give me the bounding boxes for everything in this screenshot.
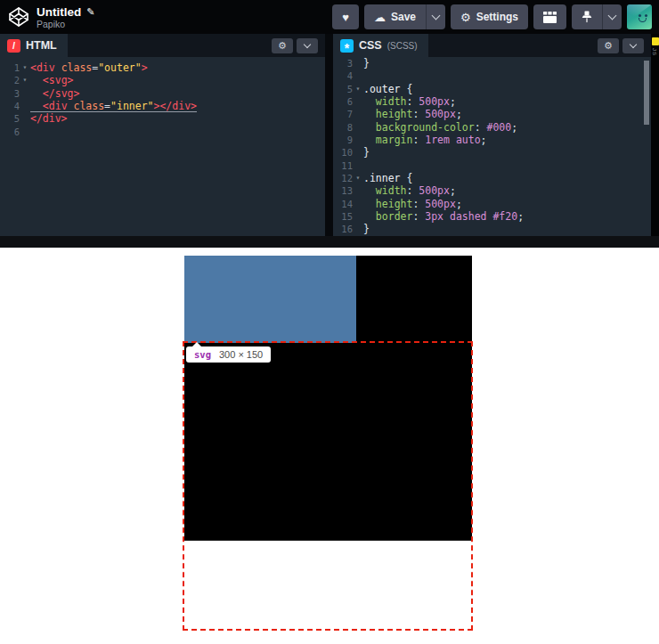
editor-area: / HTML ⚙ 1▾<div class="outer">2▾ <svg>3 … [0,34,659,236]
user-avatar[interactable] [627,4,652,29]
code-line[interactable]: 6 [0,126,325,138]
code-line[interactable]: 6 width: 500px; [333,95,651,108]
inspector-tooltip-dimensions: 300 × 150 [219,349,263,360]
pin-dropdown-button[interactable] [602,4,622,29]
css-icon: * [340,39,354,53]
code-line[interactable]: 13 width: 500px; [333,184,651,197]
line-number: 14 [333,198,353,210]
preview-pane[interactable]: svg 300 × 150 [0,248,659,644]
line-number: 2 [0,74,20,86]
html-collapse-button[interactable] [297,38,318,53]
line-number: 3 [0,87,20,100]
code-line[interactable]: 7 height: 500px; [333,108,651,120]
chevron-down-icon [608,12,617,20]
pin-button-group [572,4,622,29]
code-line[interactable]: 12▾.inner { [333,172,651,184]
pen-title-block: Untitled ✎ Papiko [37,5,94,29]
code-line-text: <div class="inner"></div> [30,100,197,112]
avatar-smiley-mouth [639,18,647,22]
settings-button[interactable]: ⚙ Settings [451,4,528,29]
code-line-text: <div class="outer"> [30,61,148,74]
codepen-logo[interactable] [7,5,30,29]
html-code-editor[interactable]: 1▾<div class="outer">2▾ <svg>3 </svg>4 <… [0,57,325,236]
code-line[interactable]: 5</div> [0,112,325,125]
fold-arrow-icon[interactable]: ▾ [353,172,363,184]
top-bar: Untitled ✎ Papiko ♥ ☁ Save ⚙ Settings [0,0,659,34]
html-editor-panel: / HTML ⚙ 1▾<div class="outer">2▾ <svg>3 … [0,34,325,236]
pen-title[interactable]: Untitled [37,5,81,19]
code-line[interactable]: 10} [333,146,651,159]
save-button-group: ☁ Save [364,4,445,29]
code-line[interactable]: 11 [333,159,651,172]
code-line[interactable]: 16} [333,223,651,235]
fold-arrow-icon[interactable]: ▾ [353,83,363,95]
fold-arrow-icon[interactable]: ▾ [20,74,30,86]
line-number: 16 [333,223,353,235]
html-settings-button[interactable]: ⚙ [272,38,293,53]
code-line[interactable]: 3} [333,57,651,69]
css-collapse-button[interactable] [622,38,644,53]
code-line[interactable]: 8 background-color: #000; [333,121,651,134]
css-settings-button[interactable]: ⚙ [598,38,619,53]
code-line-text: } [363,57,370,69]
html-panel-header: / HTML ⚙ [0,34,325,57]
chevron-down-icon [304,41,311,48]
pen-author: Papiko [37,19,94,29]
css-code-editor[interactable]: 3}45▾.outer {6 width: 500px;7 height: 50… [333,57,651,236]
code-line-text: </div> [30,112,68,125]
line-number: 5 [0,112,20,125]
css-panel-actions: ⚙ [598,38,644,53]
editor-preview-divider[interactable] [0,236,659,248]
js-tab-label: JS [652,48,657,56]
code-line-text: </svg> [30,87,79,100]
codepen-cube-icon [8,6,29,28]
line-number: 13 [333,184,353,197]
fold-gutter [353,146,363,159]
js-editor-panel-collapsed[interactable]: JS [651,34,659,236]
code-line[interactable]: 4 [333,69,651,82]
gear-icon: ⚙ [460,11,471,24]
like-button[interactable]: ♥ [332,4,359,29]
code-line-text: .outer { [363,83,412,95]
code-line-text: height: 500px; [363,108,462,120]
js-icon [652,37,659,45]
code-line[interactable]: 3 </svg> [0,87,325,100]
topbar-actions: ♥ ☁ Save ⚙ Settings [332,4,652,29]
fold-arrow-icon[interactable]: ▾ [20,61,30,74]
line-number: 6 [0,126,20,138]
code-line[interactable]: 1▾<div class="outer"> [0,61,325,74]
line-number: 7 [333,108,353,120]
change-view-button[interactable] [533,4,566,29]
line-number: 4 [333,69,353,82]
inspector-tooltip: svg 300 × 150 [186,346,271,363]
line-number: 3 [333,57,353,69]
edit-title-pencil-icon[interactable]: ✎ [86,6,94,18]
code-line[interactable]: 9 margin: 1rem auto; [333,134,651,146]
code-line-text: width: 500px; [363,184,456,197]
code-line[interactable]: 5▾.outer { [333,83,651,95]
save-dropdown-button[interactable] [426,4,445,29]
code-line[interactable]: 4 <div class="inner"></div> [0,100,325,112]
tab-css[interactable]: * CSS (SCSS) [333,34,428,57]
inner-div-render [183,341,473,631]
svg-inspector-highlight [184,256,356,343]
fold-gutter [353,57,363,69]
line-number: 6 [333,95,353,108]
code-line[interactable]: 14 height: 500px; [333,198,651,210]
line-number: 10 [333,146,353,159]
fold-gutter [353,121,363,134]
line-number: 11 [333,159,353,172]
html-tab-label: HTML [26,39,57,52]
code-line[interactable]: 2▾ <svg> [0,74,325,86]
code-line[interactable]: 15 border: 3px dashed #f20; [333,210,651,223]
editor-splitter[interactable] [325,34,333,236]
html-icon: / [7,39,20,53]
fold-gutter [20,100,30,112]
code-line-text: background-color: #000; [363,121,517,134]
html-panel-actions: ⚙ [272,38,318,53]
line-number: 1 [0,61,20,74]
save-button[interactable]: ☁ Save [364,4,426,29]
tab-html[interactable]: / HTML [0,34,68,57]
css-editor-scrollbar[interactable] [644,61,649,125]
pin-button[interactable] [572,4,602,29]
